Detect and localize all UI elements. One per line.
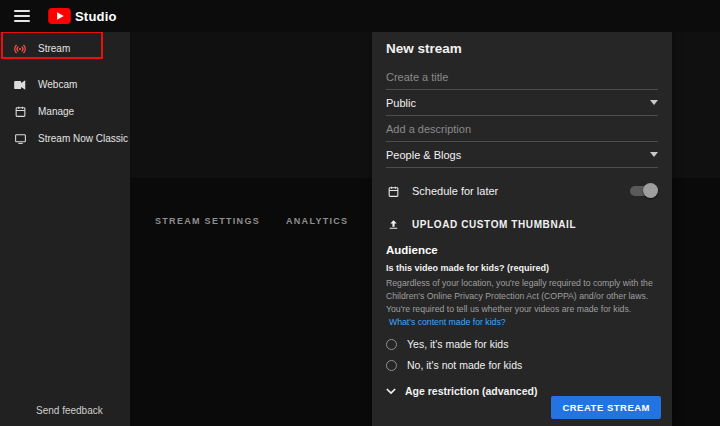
privacy-value: Public	[386, 97, 416, 109]
sidebar-item-label: Stream Now Classic	[38, 133, 128, 144]
category-select[interactable]: People & Blogs	[386, 142, 658, 168]
tab-stream-settings[interactable]: STREAM SETTINGS	[155, 216, 260, 232]
youtube-play-icon	[48, 8, 71, 24]
youtube-studio-stream-page: Studio Stream Webcam	[0, 0, 720, 426]
schedule-calendar-icon	[386, 184, 400, 198]
webcam-icon	[13, 78, 27, 92]
calendar-icon	[13, 105, 27, 119]
stream-title-input[interactable]	[386, 64, 658, 90]
sidebar-item-stream[interactable]: Stream	[0, 35, 130, 62]
sidebar-item-stream-now-classic[interactable]: Stream Now Classic	[0, 125, 130, 152]
radio-icon[interactable]	[386, 339, 397, 350]
send-feedback-link[interactable]: Send feedback	[36, 405, 103, 416]
kids-info-link[interactable]: What's content made for kids?	[389, 317, 506, 327]
chevron-down-icon	[386, 388, 396, 395]
tab-analytics[interactable]: ANALYTICS	[286, 216, 348, 232]
radio-icon[interactable]	[386, 360, 397, 371]
kids-question: Is this video made for kids? (required)	[386, 263, 658, 273]
youtube-studio-logo[interactable]: Studio	[48, 8, 117, 24]
audience-heading: Audience	[386, 244, 658, 256]
stream-description-input[interactable]	[386, 116, 658, 142]
upload-label: UPLOAD CUSTOM THUMBNAIL	[412, 219, 576, 230]
kids-info-text: Regardless of your location, you're lega…	[386, 278, 653, 314]
top-bar: Studio	[0, 0, 720, 32]
radio-made-for-kids[interactable]: Yes, it's made for kids	[386, 338, 658, 350]
sidebar-item-label: Manage	[38, 106, 74, 117]
radio-label: No, it's not made for kids	[407, 359, 522, 371]
create-stream-button[interactable]: CREATE STREAM	[551, 396, 661, 419]
main-tab-bar: STREAM SETTINGS ANALYTICS	[155, 216, 348, 232]
upload-icon	[386, 217, 400, 231]
brand-label: Studio	[75, 9, 117, 24]
sidebar-item-webcam[interactable]: Webcam	[0, 71, 130, 98]
schedule-label: Schedule for later	[412, 185, 630, 197]
chevron-down-icon	[650, 152, 658, 157]
sidebar: Stream Webcam Manage	[0, 32, 130, 426]
sidebar-item-label: Stream	[38, 43, 70, 54]
classic-stream-icon	[13, 132, 27, 146]
dialog-title: New stream	[372, 32, 672, 64]
broadcast-icon	[13, 42, 27, 56]
age-restriction-label: Age restriction (advanced)	[405, 385, 537, 397]
kids-info-paragraph: Regardless of your location, you're lega…	[386, 277, 658, 329]
category-value: People & Blogs	[386, 149, 461, 161]
radio-label: Yes, it's made for kids	[407, 338, 508, 350]
upload-thumbnail-button[interactable]: UPLOAD CUSTOM THUMBNAIL	[386, 212, 658, 236]
new-stream-dialog: New stream Public People & Blogs	[372, 32, 672, 426]
dialog-body: Public People & Blogs Schedule for later	[372, 64, 672, 397]
hamburger-menu-icon[interactable]	[14, 10, 30, 22]
privacy-select[interactable]: Public	[386, 90, 658, 116]
sidebar-item-label: Webcam	[38, 79, 77, 90]
chevron-down-icon	[650, 100, 658, 105]
schedule-toggle[interactable]	[630, 185, 658, 197]
schedule-row: Schedule for later	[386, 178, 658, 204]
sidebar-item-manage[interactable]: Manage	[0, 98, 130, 125]
radio-not-made-for-kids[interactable]: No, it's not made for kids	[386, 359, 658, 371]
